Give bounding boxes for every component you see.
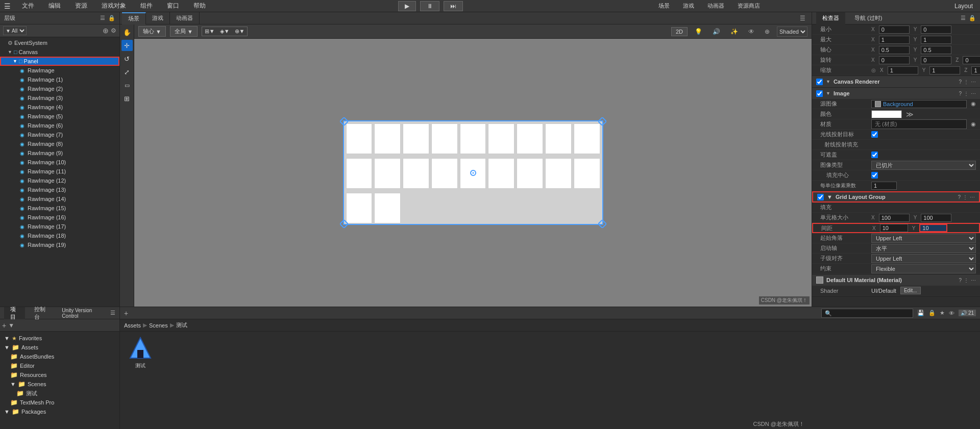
content-search-input[interactable] xyxy=(821,309,913,318)
maskable-checkbox[interactable] xyxy=(871,152,878,158)
rot-x-input[interactable] xyxy=(879,56,910,64)
snap-btn[interactable]: ◈▼ xyxy=(218,28,232,35)
scale-z-input[interactable] xyxy=(971,66,980,74)
default-material-menu-icon[interactable]: ⋯ xyxy=(971,277,976,283)
play-button[interactable]: ▶ xyxy=(398,1,416,11)
hier-item-rawimage-11[interactable]: ◉RawImage (11) xyxy=(0,167,119,176)
breadcrumb-scenes[interactable]: Scenes xyxy=(149,322,168,329)
fill-center-checkbox[interactable] xyxy=(871,172,878,179)
menu-gameobject[interactable]: 游戏对象 xyxy=(99,2,129,10)
scale-y-input[interactable] xyxy=(929,66,960,74)
raycast-checkbox[interactable] xyxy=(871,131,878,138)
content-add-icon[interactable]: + xyxy=(124,309,128,317)
scene-viewport[interactable]: CSDN @老朱佩琪！ xyxy=(134,39,812,307)
material-ref[interactable]: 无 (材质) xyxy=(871,119,967,129)
source-image-ref[interactable]: Background xyxy=(871,100,967,108)
pause-button[interactable]: ⏸ xyxy=(420,1,439,11)
scale-x-input[interactable] xyxy=(888,66,918,74)
scene-tab-animator[interactable]: 动画器 xyxy=(170,12,200,24)
pixels-per-unit-input[interactable] xyxy=(871,182,897,190)
tool-rect[interactable]: ▭ xyxy=(121,80,133,91)
canvas-renderer-help-icon[interactable]: ? xyxy=(959,79,962,85)
grid-layout-help-icon[interactable]: ? xyxy=(958,194,961,200)
hierarchy-dropdown[interactable]: ▼ All xyxy=(3,26,27,35)
content-save-icon[interactable]: 💾 xyxy=(917,310,924,316)
favorites-folder[interactable]: ▼ ★ Favorites xyxy=(2,334,117,343)
tool-hand[interactable]: ✋ xyxy=(121,27,133,38)
hier-item-rawimage-16[interactable]: ◉RawImage (16) xyxy=(0,213,119,222)
hier-item-eventsystem[interactable]: ⚙ EventSystem xyxy=(0,38,119,47)
spacing-y-input[interactable] xyxy=(919,224,947,232)
tool-move[interactable]: ✛ xyxy=(121,40,133,51)
grid-layout-preset-icon[interactable]: ⋮ xyxy=(963,194,968,200)
hier-item-rawimage-9[interactable]: ◉RawImage (9) xyxy=(0,148,119,158)
max-x-input[interactable] xyxy=(879,36,910,44)
handle-tr[interactable] xyxy=(598,117,606,125)
menu-assets[interactable]: 资源 xyxy=(72,2,90,10)
tool-transform[interactable]: ⊞ xyxy=(121,93,133,104)
packages-folder[interactable]: ▼ 📁 Packages xyxy=(2,407,117,416)
constraint-select[interactable]: Flexible xyxy=(871,264,976,273)
hier-item-rawimage-12[interactable]: ◉RawImage (12) xyxy=(0,176,119,185)
image-section-header[interactable]: ▼ Image ? ⋮ ⋯ xyxy=(812,88,980,99)
assets-folder[interactable]: ▼ 📁 Assets xyxy=(2,343,117,352)
canvas-renderer-toggle[interactable] xyxy=(816,79,823,85)
default-material-help-icon[interactable]: ? xyxy=(959,277,962,283)
hier-item-rawimage-19[interactable]: ◉RawImage (19) xyxy=(0,240,119,249)
hier-item-rawimage-2[interactable]: ◉RawImage (2) xyxy=(0,84,119,93)
textmeshpro-folder[interactable]: 📁 TextMesh Pro xyxy=(2,398,117,407)
tab-animator[interactable]: 动画器 xyxy=(701,0,730,12)
gizmos-icon[interactable]: ⊕ xyxy=(762,27,773,36)
resources-folder[interactable]: 📁 Resources xyxy=(2,370,117,380)
default-material-preset-icon[interactable]: ⋮ xyxy=(964,277,969,283)
hidden-icon[interactable]: 👁 xyxy=(745,27,757,36)
scene-panel-menu[interactable]: ☰ xyxy=(796,15,810,22)
pivot-x-input[interactable] xyxy=(879,46,910,54)
hier-item-rawimage-5[interactable]: ◉RawImage (5) xyxy=(0,112,119,121)
shader-edit-button[interactable]: Edit... xyxy=(900,287,921,294)
image-toggle[interactable] xyxy=(816,90,823,97)
grid-layout-toggle[interactable] xyxy=(817,194,824,200)
pivot-y-input[interactable] xyxy=(921,46,951,54)
hier-item-canvas[interactable]: ▼ □ Canvas xyxy=(0,47,119,57)
content-star-icon[interactable]: ★ xyxy=(940,310,945,316)
inspector-tab-btn[interactable]: 检查器 xyxy=(816,12,845,24)
hierarchy-menu-icon[interactable]: ☰ xyxy=(100,15,105,21)
start-axis-select[interactable]: 水平 xyxy=(871,244,976,253)
cell-x-input[interactable] xyxy=(879,214,910,222)
step-button[interactable]: ⏭ xyxy=(444,1,463,11)
rot-y-input[interactable] xyxy=(921,56,951,64)
breadcrumb-assets[interactable]: Assets xyxy=(124,322,141,329)
scene-tab-scene[interactable]: 场景 xyxy=(122,12,146,24)
image-help-icon[interactable]: ? xyxy=(959,91,962,96)
hier-item-rawimage-7[interactable]: ◉RawImage (7) xyxy=(0,130,119,139)
menu-file[interactable]: 文件 xyxy=(19,2,37,10)
hier-item-rawimage-14[interactable]: ◉RawImage (14) xyxy=(0,194,119,204)
handle-br[interactable] xyxy=(598,220,606,228)
grid-layout-menu-icon[interactable]: ⋯ xyxy=(970,194,975,200)
hier-item-rawimage-15[interactable]: ◉RawImage (15) xyxy=(0,204,119,213)
menu-edit[interactable]: 编辑 xyxy=(45,2,64,10)
tool-rotate[interactable]: ↺ xyxy=(121,53,133,64)
child-align-select[interactable]: Upper Left xyxy=(871,254,976,263)
handle-tl[interactable] xyxy=(340,117,348,125)
min-y-input[interactable] xyxy=(921,26,951,34)
hier-item-rawimage-13[interactable]: ◉RawImage (13) xyxy=(0,185,119,194)
tab-assetstore[interactable]: 资源商店 xyxy=(731,0,766,12)
axis-button[interactable]: 轴心▼ xyxy=(138,26,166,37)
layout-label[interactable]: Layout xyxy=(951,3,976,10)
grid-btn[interactable]: ⊞▼ xyxy=(203,28,217,35)
material-select-icon[interactable]: ◉ xyxy=(971,121,976,128)
breadcrumb-test[interactable]: 测试 xyxy=(176,321,187,329)
hierarchy-lock-icon[interactable]: 🔒 xyxy=(108,15,115,21)
global-button[interactable]: 全局▼ xyxy=(170,26,198,37)
tab-project[interactable]: 项目 xyxy=(4,307,25,319)
tab-scene[interactable]: 场景 xyxy=(652,0,676,12)
hier-item-rawimage-8[interactable]: ◉RawImage (8) xyxy=(0,139,119,148)
tab-console[interactable]: 控制台 xyxy=(28,307,53,319)
effect-icon[interactable]: ✨ xyxy=(727,27,741,36)
content-lock-icon[interactable]: 🔒 xyxy=(928,310,936,316)
hier-item-rawimage-18[interactable]: ◉RawImage (18) xyxy=(0,231,119,240)
grid-layout-header[interactable]: ▼ Grid Layout Group ? ⋮ ⋯ xyxy=(812,191,980,203)
scene-asset-item[interactable]: 测试 xyxy=(124,336,157,369)
